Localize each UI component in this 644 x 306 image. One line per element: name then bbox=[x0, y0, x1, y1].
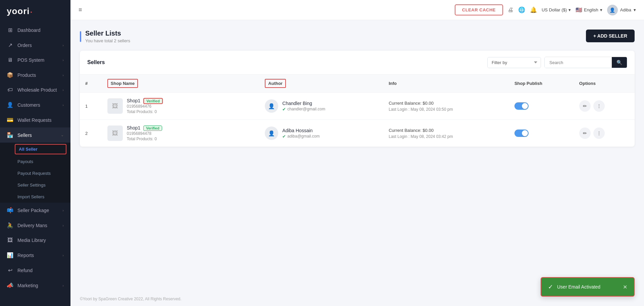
sidebar-label-delivery: Delivery Mans bbox=[17, 223, 47, 228]
user-avatar: 👤 bbox=[607, 5, 618, 15]
print-icon[interactable]: 🖨 bbox=[508, 7, 513, 13]
row2-verified-badge: Verified bbox=[143, 125, 162, 131]
row2-email-check-icon: ✔ bbox=[282, 134, 286, 139]
sidebar-label-reports: Reports bbox=[17, 253, 34, 258]
submenu-all-seller[interactable]: All Seller bbox=[15, 144, 66, 154]
row1-balance: Current Balance: $0.00 bbox=[389, 101, 504, 106]
avatar-icon: 👤 bbox=[609, 7, 615, 13]
table-row: 2 🖼 Shop1 Verified 01956894478 bbox=[80, 120, 635, 147]
hamburger-icon[interactable]: ≡ bbox=[79, 6, 82, 13]
row2-edit-button[interactable]: ✏ bbox=[579, 128, 591, 139]
row1-edit-button[interactable]: ✏ bbox=[579, 100, 591, 112]
table-header-row: # Shop Name Author Info Shop Publish Opt… bbox=[80, 74, 635, 93]
sidebar-label-pos: POS System bbox=[17, 57, 44, 63]
sidebar-item-reports[interactable]: 📊 Reports › bbox=[0, 248, 70, 263]
row2-balance: Current Balance: $0.00 bbox=[389, 128, 504, 133]
logo: yoori· bbox=[0, 0, 70, 22]
search-button[interactable]: 🔍 bbox=[612, 57, 627, 68]
sidebar-label-dashboard: Dashboard bbox=[17, 28, 41, 33]
sidebar-item-refund[interactable]: ↩ Refund bbox=[0, 263, 70, 278]
reports-chevron: › bbox=[62, 253, 64, 257]
filter-select[interactable]: Filter by bbox=[487, 57, 541, 68]
sidebar-item-seller-package[interactable]: 📫 Seller Package › bbox=[0, 203, 70, 218]
search-box: 🔍 bbox=[544, 57, 627, 68]
submenu-payouts[interactable]: Payouts bbox=[0, 156, 70, 167]
sidebar-item-delivery[interactable]: 🚴 Delivery Mans › bbox=[0, 218, 70, 233]
search-input[interactable] bbox=[545, 57, 612, 68]
sidebar-item-wholesale[interactable]: 🏷 Wholesale Product › bbox=[0, 83, 70, 97]
col-publish: Shop Publish bbox=[509, 74, 574, 93]
page-header: Seller Lists You have total 2 sellers + … bbox=[80, 30, 635, 43]
table-toolbar: Sellers Filter by 🔍 bbox=[80, 51, 635, 74]
toast-close-button[interactable]: ✕ bbox=[623, 284, 627, 290]
sidebar-item-wallet[interactable]: 💳 Wallet Requests bbox=[0, 112, 70, 128]
delivery-chevron: › bbox=[62, 223, 64, 227]
row1-verified-badge: Verified bbox=[143, 98, 163, 104]
customers-chevron: › bbox=[62, 103, 64, 107]
row1-phone: 01956894476 bbox=[127, 104, 163, 109]
row2-shop-thumb: 🖼 bbox=[107, 125, 123, 141]
sidebar-item-dashboard[interactable]: ⊞ Dashboard bbox=[0, 22, 70, 38]
sidebar-label-refund: Refund bbox=[17, 268, 33, 273]
add-seller-button[interactable]: + ADD SELLER bbox=[586, 30, 635, 42]
row2-products: Total Products: 0 bbox=[127, 137, 162, 141]
reports-icon: 📊 bbox=[7, 252, 13, 258]
row2-author: 👤 Adiba Hossain ✔ adiba@gmail.com bbox=[259, 120, 383, 147]
language-label: English bbox=[584, 7, 598, 12]
sidebar-label-orders: Orders bbox=[17, 43, 32, 48]
sellers-table: # Shop Name Author Info Shop Publish Opt… bbox=[80, 74, 635, 147]
row1-more-button[interactable]: ⋮ bbox=[593, 100, 605, 112]
brand-name: yoori bbox=[7, 6, 30, 16]
title-accent bbox=[80, 31, 81, 42]
sidebar-item-customers[interactable]: 👤 Customers › bbox=[0, 97, 70, 112]
clear-cache-button[interactable]: CLEAR CACHE bbox=[455, 4, 503, 15]
sidebar-item-pos[interactable]: 🖥 POS System › bbox=[0, 53, 70, 67]
sidebar-item-marketing[interactable]: 📣 Marketing › bbox=[0, 278, 70, 293]
products-icon: 📦 bbox=[7, 72, 13, 78]
toast-notification: ✓ User Email Activated ✕ bbox=[541, 277, 635, 297]
row2-shop: 🖼 Shop1 Verified 01956894478 Total Produ… bbox=[102, 120, 260, 147]
row1-author-name: Chandler Bing bbox=[282, 101, 325, 106]
row1-toggle[interactable] bbox=[514, 102, 529, 110]
sellers-table-card: Sellers Filter by 🔍 # bbox=[80, 51, 635, 147]
sidebar-label-seller-package: Seller Package bbox=[17, 208, 49, 213]
currency-chevron: ▾ bbox=[568, 7, 571, 12]
submenu-seller-settings[interactable]: Seller Settings bbox=[0, 179, 70, 191]
footer-text: ©Yoori by SpaGreen Creative 2022, All Ri… bbox=[80, 297, 182, 301]
col-num: # bbox=[80, 74, 102, 93]
bell-icon[interactable]: 🔔 bbox=[530, 6, 537, 13]
row1-shop: 🖼 Shop1 Verified 01956894476 Total Produ… bbox=[102, 93, 260, 120]
user-menu[interactable]: 👤 Adiba ▾ bbox=[607, 5, 636, 15]
col-shop-name: Shop Name bbox=[102, 74, 260, 93]
seller-package-icon: 📫 bbox=[7, 207, 13, 213]
globe-icon[interactable]: 🌐 bbox=[518, 6, 525, 13]
orders-chevron: › bbox=[62, 43, 64, 47]
marketing-icon: 📣 bbox=[7, 282, 13, 289]
delivery-icon: 🚴 bbox=[7, 222, 13, 228]
sidebar-label-wallet: Wallet Requests bbox=[17, 117, 51, 123]
sidebar-item-sellers[interactable]: 🏪 Sellers ⌄ bbox=[0, 128, 70, 143]
sidebar-label-wholesale: Wholesale Product bbox=[17, 87, 57, 93]
row1-publish bbox=[509, 93, 574, 120]
submenu-import-sellers[interactable]: Import Sellers bbox=[0, 191, 70, 203]
sidebar-label-sellers: Sellers bbox=[17, 133, 32, 138]
sidebar-item-orders[interactable]: ↗ Orders › bbox=[0, 38, 70, 53]
currency-selector[interactable]: US Dollar ($) ▾ bbox=[542, 7, 571, 12]
row1-author-thumb: 👤 bbox=[265, 99, 278, 113]
row2-phone: 01956894478 bbox=[127, 131, 162, 136]
language-selector[interactable]: 🇺🇸 English ▾ bbox=[576, 7, 602, 13]
row2-last-login: Last Login : May 08, 2024 03:42 pm bbox=[389, 134, 504, 139]
pos-icon: 🖥 bbox=[7, 57, 13, 63]
dashboard-icon: ⊞ bbox=[7, 27, 13, 33]
currency-label: US Dollar ($) bbox=[542, 7, 567, 12]
sidebar-label-marketing: Marketing bbox=[17, 283, 38, 288]
row2-more-button[interactable]: ⋮ bbox=[593, 128, 605, 139]
submenu-payout-requests[interactable]: Payout Requests bbox=[0, 167, 70, 179]
row2-info: Current Balance: $0.00 Last Login : May … bbox=[383, 120, 509, 147]
row2-shop-name: Shop1 Verified bbox=[127, 125, 162, 131]
sidebar-item-media[interactable]: 🖼 Media Library bbox=[0, 233, 70, 248]
sidebar-label-media: Media Library bbox=[17, 238, 46, 243]
sidebar-item-products[interactable]: 📦 Products › bbox=[0, 67, 70, 83]
row2-toggle[interactable] bbox=[514, 130, 529, 137]
pos-chevron: › bbox=[62, 58, 64, 62]
